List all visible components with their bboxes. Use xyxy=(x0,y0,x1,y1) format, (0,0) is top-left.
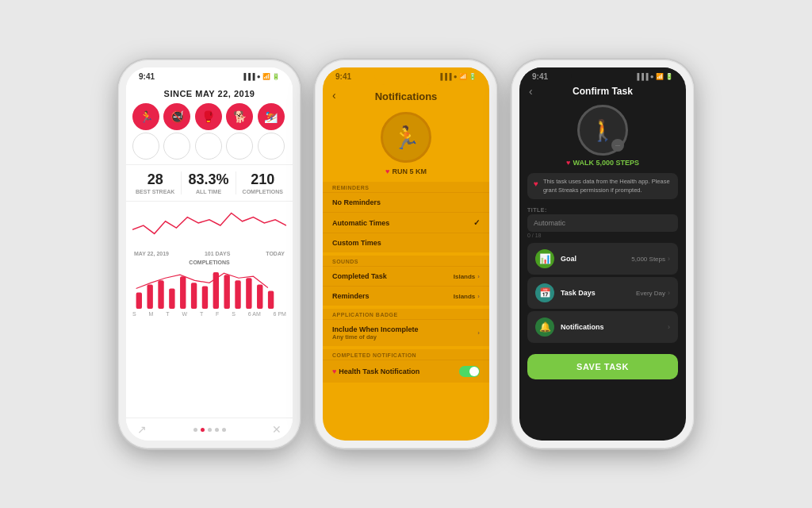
dot-2 xyxy=(201,428,205,432)
badge-icon: ··· xyxy=(611,139,624,152)
date-row: MAY 22, 2019 101 DAYS TODAY xyxy=(126,249,293,258)
phone1-bottom: ↗ ✕ xyxy=(126,418,293,441)
completions-label: COMPLETIONS xyxy=(126,260,293,265)
notif-task-label: ♥ RUN 5 KM xyxy=(385,167,427,175)
stat-streak-value: 28 xyxy=(136,171,174,188)
icon-empty-2[interactable] xyxy=(163,133,190,160)
dot-3 xyxy=(208,428,212,432)
notch xyxy=(178,67,241,85)
phones-container: 9:41 ▐▐▐ ● 📶 🔋 SINCE MAY 22, 2019 🏃 🚭 🥊 … xyxy=(102,44,710,464)
date-days: 101 DAYS xyxy=(205,251,230,256)
confirm-task-label: ♥ WALK 5,000 STEPS xyxy=(566,159,639,167)
day-t2: T xyxy=(200,311,203,317)
notifications-row[interactable]: 🔔 Notifications › xyxy=(527,311,678,343)
completed-notif-title: COMPLETED NOTIFICATION xyxy=(323,349,489,360)
stat-alltime: 83.3% ALL TIME xyxy=(188,171,228,194)
chevron-1: › xyxy=(477,273,480,280)
confirm-task-icon: 🚶 ··· xyxy=(577,105,628,156)
icon-empty-4[interactable] xyxy=(226,133,253,160)
taskdays-icon: 📅 xyxy=(535,283,554,302)
svg-rect-7 xyxy=(213,272,219,309)
goal-row[interactable]: 📊 Goal 5,000 Steps › xyxy=(527,243,678,275)
day-s2: S xyxy=(232,311,236,317)
notif-title: Notifications xyxy=(332,84,480,106)
chevron-2: › xyxy=(477,293,480,300)
notch-3 xyxy=(571,67,634,85)
phone-confirm-task: 9:41 ▐▐▐ ● 📶 🔋 ‹ Confirm Task 🚶 ··· ♥ WA… xyxy=(511,60,694,448)
dot-1 xyxy=(193,428,197,432)
stat-streak: 28 BEST STREAK xyxy=(136,171,174,194)
title-field-input[interactable]: Automatic xyxy=(527,214,678,232)
svg-rect-8 xyxy=(224,275,229,309)
icon-run[interactable]: 🏃 xyxy=(132,103,159,130)
icon-dog[interactable]: 🐕 xyxy=(226,103,253,130)
include-incomplete-label: Include When Incomplete xyxy=(332,325,419,333)
completed-task-sound: Islands xyxy=(454,273,476,280)
taskdays-row[interactable]: 📅 Task Days Every Day › xyxy=(527,277,678,309)
status-time-2: 9:41 xyxy=(335,72,351,81)
check-mark: ✓ xyxy=(473,218,480,227)
taskdays-value: Every Day xyxy=(636,290,665,297)
automatic-times-label: Automatic Times xyxy=(332,219,389,227)
goal-row-left: 📊 Goal xyxy=(535,249,576,268)
reminders-sound-row[interactable]: Reminders Islands › xyxy=(323,286,489,306)
status-time-3: 9:41 xyxy=(532,72,548,81)
include-incomplete-row[interactable]: Include When Incomplete Any time of day … xyxy=(323,319,489,346)
day-f: F xyxy=(216,311,219,317)
icons-grid: 🏃 🚭 🥊 🐕 ⛷️ xyxy=(126,103,293,160)
sounds-section: SOUNDS Completed Task Islands › Reminder… xyxy=(323,256,489,306)
stats-row: 28 BEST STREAK 83.3% ALL TIME 210 COMPLE… xyxy=(126,164,293,202)
svg-rect-1 xyxy=(147,284,152,309)
taskdays-row-left: 📅 Task Days xyxy=(535,283,596,302)
icon-empty-5[interactable] xyxy=(258,133,285,160)
dot-4 xyxy=(215,428,219,432)
back-arrow-3[interactable]: ‹ xyxy=(529,85,533,98)
confirm-heart-icon: ♥ xyxy=(566,159,570,167)
close-icon[interactable]: ✕ xyxy=(272,423,282,436)
icon-nosmoking[interactable]: 🚭 xyxy=(163,103,190,130)
svg-rect-9 xyxy=(235,280,240,309)
icon-empty-3[interactable] xyxy=(195,133,222,160)
goal-value-area: 5,000 Steps › xyxy=(631,255,670,263)
stat-completions-value: 210 xyxy=(243,171,283,188)
title-counter: 0 / 18 xyxy=(527,233,678,238)
badge-section: APPLICATION BADGE Include When Incomplet… xyxy=(323,309,489,346)
svg-rect-3 xyxy=(169,289,174,310)
icon-ski[interactable]: ⛷️ xyxy=(258,103,285,130)
completed-notif-section: COMPLETED NOTIFICATION ♥ Health Task Not… xyxy=(323,349,489,383)
icon-empty-1[interactable] xyxy=(132,133,159,160)
stat-alltime-value: 83.3% xyxy=(188,171,228,188)
health-notice: ♥ This task uses data from the Health ap… xyxy=(527,173,678,199)
goal-icon: 📊 xyxy=(535,249,554,268)
svg-rect-0 xyxy=(136,293,142,309)
completed-task-row[interactable]: Completed Task Islands › xyxy=(323,266,489,286)
day-w: W xyxy=(182,311,187,317)
time-6am: 6 AM xyxy=(248,311,261,317)
goal-label: Goal xyxy=(561,255,576,263)
reminders-sound: Islands xyxy=(454,293,476,300)
day-t1: T xyxy=(166,311,169,317)
day-m: M xyxy=(149,311,154,317)
no-reminders-row[interactable]: No Reminders xyxy=(323,192,489,212)
title-field-section: TITLE: Automatic 0 / 18 xyxy=(519,204,686,240)
chevron-3: › xyxy=(477,329,480,337)
time-6pm: 6 PM xyxy=(274,311,286,317)
custom-times-row[interactable]: Custom Times xyxy=(323,233,489,252)
health-notif-row[interactable]: ♥ Health Task Notification xyxy=(323,360,489,383)
automatic-times-row[interactable]: Automatic Times ✓ xyxy=(323,212,489,233)
date-end: TODAY xyxy=(266,251,285,256)
heart-icon: ♥ xyxy=(385,167,389,175)
save-btn-area: SAVE TASK xyxy=(519,348,686,386)
svg-rect-6 xyxy=(202,286,208,309)
back-arrow-2[interactable]: ‹ xyxy=(332,89,336,102)
notifications-label: Notifications xyxy=(561,323,604,331)
confirm-rows: 📊 Goal 5,000 Steps › 📅 Task Days Every D… xyxy=(519,240,686,346)
save-task-button[interactable]: SAVE TASK xyxy=(527,354,678,379)
icon-boxing[interactable]: 🥊 xyxy=(195,103,222,130)
health-notif-label: Health Task Notification xyxy=(339,368,419,375)
share-icon[interactable]: ↗ xyxy=(137,423,147,436)
health-notif-toggle[interactable] xyxy=(459,366,480,377)
svg-rect-2 xyxy=(158,280,163,309)
taskdays-chevron: › xyxy=(668,289,670,297)
line-chart xyxy=(126,202,293,249)
